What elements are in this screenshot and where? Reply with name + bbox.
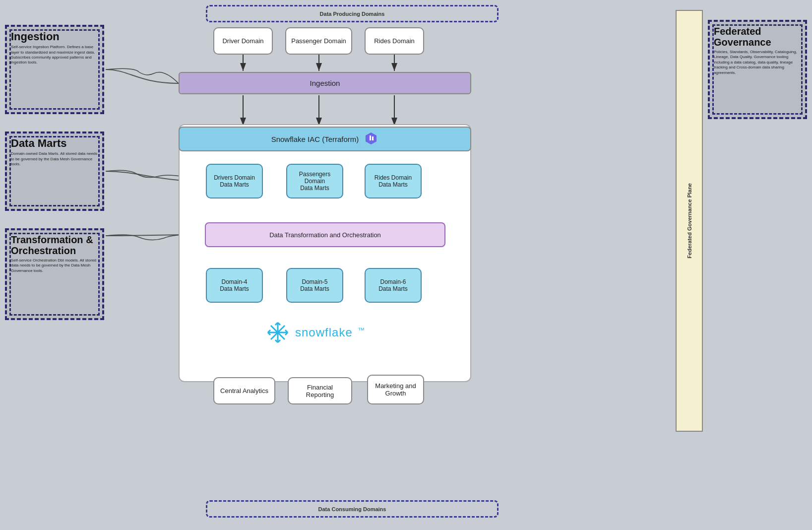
transformation-box: Data Transformation and Orchestration [205,222,445,247]
marketing-growth-label: Marketing andGrowth [375,382,416,397]
federated-annotation-text: Policies, Standards, Observability, Cata… [714,50,801,75]
ingestion-annotation-box: Ingestion Self-service Ingestion Platfor… [5,25,104,114]
domain6-data-marts: Domain-6Data Marts [365,268,422,303]
rides-mart-label: Rides DomainData Marts [375,174,412,188]
ingestion-label: Ingestion [310,79,340,87]
diagram-container: Data Producing Domains Driver Domain Pas… [0,0,812,530]
domain5-mart-label: Domain-5Data Marts [300,278,329,292]
federated-governance-annotation-box: Federated Governance Policies, Standards… [708,20,807,119]
rides-domain-box: Rides Domain [365,27,424,55]
ingestion-annotation-text: Self-service Ingestion Platform. Defines… [11,45,98,66]
transformation-annotation-title: Transformation & Orchestration [11,234,98,256]
ingestion-bar: Ingestion [179,72,471,94]
domain4-data-marts: Domain-4Data Marts [206,268,263,303]
drivers-mart-label: Drivers DomainData Marts [214,174,255,188]
domain4-mart-label: Domain-4Data Marts [220,278,249,292]
snowflake-iac-bar: Snowflake IAC (Terraform) [179,127,471,151]
transformation-label: Data Transformation and Orchestration [269,231,381,239]
snowflake-logo: snowflake ™ [265,320,365,345]
transformation-annotation-box: Transformation & Orchestration Self-serv… [5,228,104,320]
data-marts-annotation-box: Data Marts Domain-owned Data Marts. All … [5,132,104,211]
snowflake-icon [265,320,290,345]
transformation-annotation-text: Self-service Orchestration Dbt models. A… [11,258,98,273]
ingestion-annotation-title: Ingestion [11,31,98,43]
passenger-domain-label: Passenger Domain [291,37,346,45]
governance-plane-label: Federated Governance Plane [687,183,692,259]
passengers-domain-data-marts: Passengers DomainData Marts [286,164,343,199]
top-domain-bar-label: Data Producing Domains [320,11,385,17]
svg-rect-22 [372,136,374,140]
svg-rect-21 [370,135,371,140]
bottom-domain-bar-label: Data Consuming Domains [318,506,386,512]
passenger-domain-box: Passenger Domain [285,27,352,55]
rides-domain-data-marts: Rides DomainData Marts [365,164,422,199]
marketing-growth-box: Marketing andGrowth [367,375,424,404]
driver-domain-label: Driver Domain [222,37,263,45]
federated-annotation-title: Federated Governance [714,26,801,48]
domain6-mart-label: Domain-6Data Marts [378,278,408,292]
data-marts-annotation-text: Domain-owned Data Marts. All stored data… [11,151,98,167]
governance-plane-bar: Federated Governance Plane [676,10,703,432]
central-analytics-box: Central Analytics [213,377,275,404]
snowflake-iac-label: Snowflake IAC (Terraform) [271,135,359,143]
financial-reporting-box: Financial Reporting [288,377,352,404]
driver-domain-box: Driver Domain [213,27,273,55]
rides-domain-label: Rides Domain [374,37,415,45]
financial-reporting-label: Financial Reporting [293,384,347,398]
bottom-domain-bar: Data Consuming Domains [206,500,499,518]
drivers-domain-data-marts: Drivers DomainData Marts [206,164,263,199]
snowflake-text-label: snowflake [295,326,353,339]
terraform-icon [364,132,378,146]
central-analytics-label: Central Analytics [220,387,268,395]
data-marts-annotation-title: Data Marts [11,137,98,149]
top-domain-bar: Data Producing Domains [206,5,499,22]
passengers-mart-label: Passengers DomainData Marts [290,171,339,192]
domain5-data-marts: Domain-5Data Marts [286,268,343,303]
